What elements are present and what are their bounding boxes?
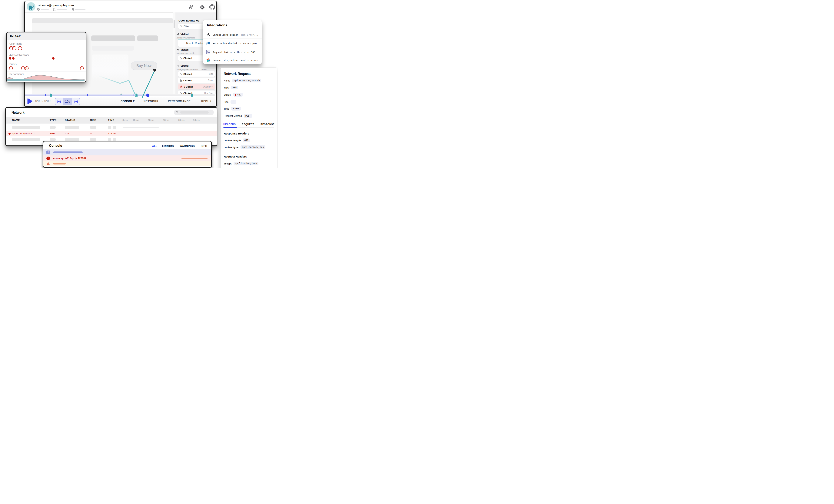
events-scrollbar[interactable] xyxy=(173,13,175,94)
header-value: 642 xyxy=(243,138,250,142)
event-rage-clicks[interactable]: 3 Clicks Quantity + xyxy=(178,84,215,89)
tab-performance[interactable]: PERFORMANCE xyxy=(168,100,191,103)
mock-page-header-skeleton xyxy=(32,18,173,23)
console-row-error[interactable]: ! ecom.xyz/a213qh.js:123987 xyxy=(43,155,211,161)
mock-title-skeleton xyxy=(91,36,135,41)
cell-size: -- xyxy=(90,132,92,135)
integrations-divider xyxy=(203,29,262,30)
info-skeleton xyxy=(53,151,83,153)
cell-time: 119 ms xyxy=(108,132,116,135)
network-request-panel: Network Request Name api.ecom.xyz/search… xyxy=(220,67,277,168)
skip-forward-button[interactable] xyxy=(72,98,80,105)
console-tab-errors[interactable]: ERRORS xyxy=(162,145,174,148)
event-visited[interactable]: Visited xyxy=(177,65,189,67)
console-title: Console xyxy=(49,144,62,148)
field-type: Type XHR xyxy=(224,86,238,89)
play-button[interactable] xyxy=(27,98,32,105)
event-visited[interactable]: Visited xyxy=(177,33,189,36)
svg-text:!: ! xyxy=(10,67,11,70)
search-skeleton xyxy=(180,111,208,113)
player-timeline[interactable]: “ xyxy=(25,94,215,96)
request-tab-response[interactable]: RESPONSE xyxy=(261,123,275,126)
console-tab-all[interactable]: ALL xyxy=(152,145,157,148)
error-icon[interactable]: ! xyxy=(21,66,25,70)
event-clicked-color[interactable]: Clicked Color xyxy=(178,78,215,83)
timeline-event-tick[interactable] xyxy=(87,94,88,96)
browser-icon xyxy=(53,8,56,11)
console-tab-info[interactable]: INFO xyxy=(201,145,207,148)
field-size: Size -- xyxy=(224,100,236,104)
elastic-icon xyxy=(206,58,211,62)
event-clicked-buy-now[interactable]: Clicked Buy Now xyxy=(178,90,215,94)
scrollbar-thumb[interactable] xyxy=(174,20,175,28)
slack-button[interactable] xyxy=(189,4,194,9)
network-window: Network NAME TYPE STATUS SIZE TIME 0ms 1… xyxy=(5,107,217,146)
svg-text:!: ! xyxy=(82,67,82,70)
ms-label: 10ms xyxy=(133,119,139,122)
github-button[interactable] xyxy=(209,4,215,10)
rage-face-icon[interactable] xyxy=(18,46,22,50)
tab-redux[interactable]: REDUX xyxy=(201,100,212,103)
svg-text:!: ! xyxy=(23,67,23,70)
integration-item-bugsnag[interactable]: Permission denied to access pro... xyxy=(206,40,259,47)
request-tab-headers[interactable]: HEADERS xyxy=(223,123,236,126)
col-status: STATUS xyxy=(65,119,75,122)
timeline-event-tick[interactable] xyxy=(45,94,46,96)
tab-network[interactable]: NETWORK xyxy=(144,100,158,103)
request-tab-request[interactable]: REQUEST xyxy=(242,123,254,126)
network-title: Network xyxy=(12,111,24,115)
event-clicked-size[interactable]: Clicked Size xyxy=(178,71,215,76)
field-value-status: 422 xyxy=(233,93,243,96)
cell-name: api.ecom.xyz/search xyxy=(12,132,35,135)
console-tab-warnings[interactable]: WARNINGS xyxy=(180,145,195,148)
network-row-skeleton[interactable] xyxy=(6,125,217,130)
rage-face-icon[interactable] xyxy=(12,46,17,50)
integration-item-elastic[interactable]: Unhandledrejection handler rece.. xyxy=(206,57,259,63)
jira-button[interactable] xyxy=(199,4,205,10)
playhead[interactable] xyxy=(146,93,149,97)
click-target: Color xyxy=(208,79,213,82)
field-request-method: Request Method POST xyxy=(224,114,252,118)
error-icon[interactable]: ! xyxy=(9,66,13,70)
timeline-event-tick[interactable] xyxy=(56,94,56,96)
rhino-icon xyxy=(27,2,36,11)
response-headers-heading: Response Headers xyxy=(224,132,249,135)
network-request-title: Network Request xyxy=(224,72,251,76)
event-visited[interactable]: Visited xyxy=(177,48,189,51)
network-row-error[interactable]: api.ecom.xyz/search XHR 422 -- 119 ms xyxy=(6,131,217,136)
sentry-icon xyxy=(206,33,211,37)
hand-click-icon xyxy=(180,57,182,60)
network-search-input[interactable] xyxy=(174,110,214,115)
ms-label: 20ms xyxy=(148,119,154,122)
console-row-info[interactable]: i xyxy=(43,149,211,155)
error-icon[interactable]: ! xyxy=(25,66,29,70)
field-time: Time 119ms xyxy=(224,107,241,111)
network-error-dot[interactable] xyxy=(12,57,15,60)
skip-interval-label[interactable]: 10s xyxy=(63,98,72,105)
col-size: SIZE xyxy=(90,119,96,122)
tab-console[interactable]: CONSOLE xyxy=(120,100,135,103)
waterfall-bar xyxy=(123,127,159,128)
timeline-remaining xyxy=(148,94,215,96)
cell-type: XHR xyxy=(50,132,55,135)
integrations-panel: Integrations UnhandledRejection: Non-Err… xyxy=(203,20,262,64)
request-headers-heading: Request Headers xyxy=(224,155,247,158)
user-events-count: 62 xyxy=(196,19,199,22)
timeline-event-tick[interactable] xyxy=(134,94,134,96)
field-name: Name api.ecom.xyz/search xyxy=(224,79,261,83)
clock-icon xyxy=(37,8,40,11)
network-error-dot[interactable] xyxy=(52,57,54,60)
console-error-text: ecom.xyz/a213qh.js:123987 xyxy=(53,157,86,159)
xray-divider xyxy=(7,52,86,52)
timeline-quote-marker[interactable]: “ xyxy=(120,93,123,97)
mock-text-skeleton xyxy=(92,46,134,50)
skip-back-button[interactable] xyxy=(55,98,63,105)
integration-item-sentry[interactable]: UnhandledRejection: Non-Error... xyxy=(206,31,259,38)
openreplay-session-replay-composite: rebecca@openreplay.com xyxy=(0,0,278,168)
console-row-warning[interactable] xyxy=(43,161,211,166)
error-icon[interactable]: ! xyxy=(80,66,84,70)
integration-item-datadog[interactable]: Request failed with status 500 xyxy=(206,48,259,56)
ms-label: 40ms xyxy=(178,119,184,122)
session-user-email: rebecca@openreplay.com xyxy=(38,4,74,7)
network-error-dot[interactable] xyxy=(9,57,11,60)
